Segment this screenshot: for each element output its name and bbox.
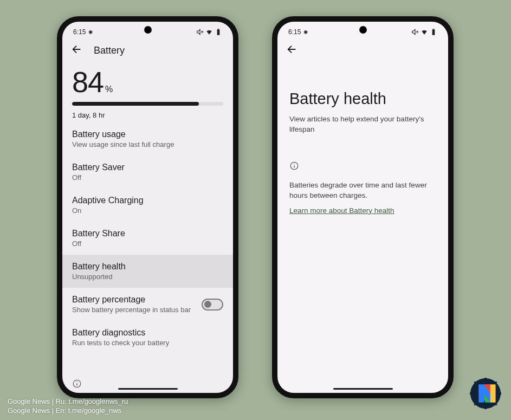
info-icon[interactable] <box>72 379 82 391</box>
svg-rect-1 <box>218 29 219 29</box>
status-time: 6:15 <box>288 28 301 36</box>
item-sub: Off <box>72 240 223 248</box>
item-sub: Show battery percentage in status bar <box>72 306 191 314</box>
svg-point-11 <box>485 378 487 379</box>
svg-point-13 <box>500 393 501 395</box>
item-title: Battery percentage <box>72 295 191 305</box>
page-title-battery-health: Battery health <box>277 57 448 108</box>
item-sub: Unsupported <box>72 273 223 281</box>
item-title: Battery health <box>72 262 223 272</box>
wifi-icon <box>205 28 213 36</box>
battery-progress-bar <box>72 102 223 106</box>
battery-progress-fill <box>72 102 199 106</box>
wifi-icon <box>421 28 428 36</box>
status-time: 6:15 <box>73 28 86 36</box>
battery-icon <box>215 28 222 36</box>
svg-point-14 <box>495 404 497 405</box>
learn-more-link[interactable]: Learn more about Battery health <box>277 201 448 215</box>
percent-unit: % <box>105 85 113 94</box>
svg-point-9 <box>294 164 294 164</box>
item-title: Adaptive Charging <box>72 196 223 205</box>
nav-handle[interactable] <box>118 388 178 390</box>
item-sub: Run tests to check your battery <box>72 339 223 347</box>
svg-rect-6 <box>433 29 434 29</box>
item-battery-saver[interactable]: Battery Saver Off <box>62 156 233 189</box>
nav-handle[interactable] <box>333 388 393 390</box>
battery-percent-display: 84 % <box>62 65 233 99</box>
info-text: Batteries degrade over time and last few… <box>277 173 448 201</box>
item-title: Battery Saver <box>72 163 223 172</box>
item-sub: Off <box>72 173 223 182</box>
item-title: Battery usage <box>72 130 223 139</box>
svg-point-18 <box>474 382 476 383</box>
camera-hole <box>144 26 152 34</box>
mute-icon <box>196 28 204 36</box>
back-icon[interactable] <box>286 43 298 57</box>
svg-point-4 <box>76 382 77 382</box>
item-sub: View usage since last full charge <box>72 140 223 148</box>
status-asterisk-icon: ✱ <box>88 29 93 35</box>
page-subtitle: View articles to help extend your batter… <box>277 108 448 135</box>
watermark-text: Google News | Ru: t.me/googlenws_ru Goog… <box>8 397 128 416</box>
battery-percent-value: 84 <box>72 65 104 99</box>
svg-point-17 <box>470 393 471 395</box>
item-battery-percentage[interactable]: Battery percentage Show battery percenta… <box>62 288 233 321</box>
phone-left: 6:15 ✱ Battery 84 % <box>57 16 238 398</box>
channel-logo-icon <box>470 378 501 409</box>
screen-battery-settings: 6:15 ✱ Battery 84 % <box>62 22 233 393</box>
screen-battery-health: 6:15 ✱ Battery health View articles to h… <box>277 22 448 393</box>
item-battery-usage[interactable]: Battery usage View usage since last full… <box>62 122 233 156</box>
svg-point-15 <box>485 408 487 409</box>
battery-icon <box>430 28 437 36</box>
item-title: Battery diagnostics <box>72 328 223 338</box>
item-battery-share[interactable]: Battery Share Off <box>62 222 233 255</box>
app-bar <box>277 38 448 57</box>
svg-rect-0 <box>217 29 220 35</box>
battery-time-remaining: 1 day, 8 hr <box>62 106 233 122</box>
item-adaptive-charging[interactable]: Adaptive Charging On <box>62 189 233 222</box>
phone-right: 6:15 ✱ Battery health View articles to h… <box>272 16 454 398</box>
watermark-line1: Google News | Ru: t.me/googlenws_ru <box>8 397 128 406</box>
svg-point-16 <box>474 404 476 405</box>
back-icon[interactable] <box>71 43 83 57</box>
svg-point-12 <box>495 382 497 383</box>
svg-rect-5 <box>432 29 435 35</box>
toggle-battery-percentage[interactable] <box>202 299 223 311</box>
page-title-battery: Battery <box>94 45 125 56</box>
app-bar: Battery <box>62 38 233 65</box>
watermark-line2: Google News | En: t.me/google_nws <box>8 406 128 416</box>
status-asterisk-icon: ✱ <box>303 29 308 35</box>
mute-icon <box>411 28 419 36</box>
item-title: Battery Share <box>72 229 223 238</box>
item-sub: On <box>72 206 223 215</box>
info-icon <box>277 135 448 173</box>
item-battery-health[interactable]: Battery health Unsupported <box>62 255 233 288</box>
camera-hole <box>359 26 367 34</box>
item-battery-diagnostics[interactable]: Battery diagnostics Run tests to check y… <box>62 321 233 354</box>
